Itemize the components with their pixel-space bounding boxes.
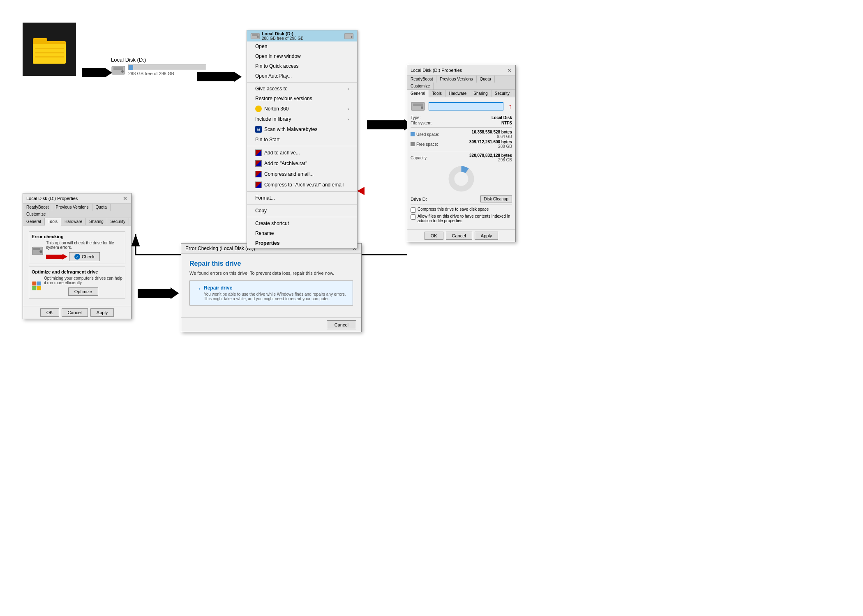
free-legend-box <box>411 142 415 146</box>
prop-divider-3 <box>411 205 512 205</box>
tab-quota[interactable]: Quota <box>477 76 495 83</box>
svg-rect-5 <box>35 56 64 57</box>
ctx-item-include-lib[interactable]: Include in library › <box>247 114 357 124</box>
context-disk-icon-2 <box>344 32 354 40</box>
properties-buttons: OK Cancel Apply <box>407 229 515 242</box>
arrow-2 <box>197 72 242 82</box>
prop-type-value: Local Disk <box>491 115 512 120</box>
index-label: Allow files on this drive to have conten… <box>418 214 512 223</box>
drive-name-input[interactable] <box>429 102 503 110</box>
ctx-item-rename[interactable]: Rename <box>247 228 357 238</box>
ctx-item-pin-quick[interactable]: Pin to Quick access <box>247 61 357 71</box>
norton-icon <box>255 106 262 112</box>
file-explorer-icon[interactable] <box>23 23 76 76</box>
tools-tab-quota[interactable]: Quota <box>92 204 111 211</box>
ctx-item-copy[interactable]: Copy <box>247 206 357 216</box>
tab-bar-row2: General Tools Hardware Sharing Security <box>407 90 515 97</box>
ctx-sep-4 <box>247 204 357 205</box>
hdd-check-icon <box>32 244 44 258</box>
ctx-item-restore-prev[interactable]: Restore previous versions <box>247 94 357 103</box>
tab-hardware[interactable]: Hardware <box>445 90 470 97</box>
tools-close-button[interactable]: ✕ <box>122 195 128 201</box>
optimize-desc: Optimizing your computer's drives can he… <box>44 276 122 285</box>
tools-apply-button[interactable]: Apply <box>90 308 114 317</box>
tools-tab-tools[interactable]: Tools <box>45 218 61 225</box>
close-button[interactable]: ✕ <box>506 67 512 73</box>
svg-rect-15 <box>413 103 423 106</box>
donut-svg <box>448 165 475 192</box>
optimize-button[interactable]: Optimize <box>68 287 98 296</box>
ctx-item-add-archive[interactable]: Add to archive... <box>247 147 357 158</box>
index-checkbox[interactable] <box>411 214 416 220</box>
repair-title: Repair this drive <box>189 260 353 267</box>
ctx-item-format[interactable]: Format... <box>247 193 357 203</box>
used-legend-box <box>411 132 415 136</box>
error-cancel-button[interactable]: Cancel <box>327 320 356 329</box>
tab-security[interactable]: Security <box>491 90 513 97</box>
repair-desc: We found errors on this drive. To preven… <box>189 271 353 276</box>
ctx-item-create-shortcut[interactable]: Create shortcut <box>247 218 357 228</box>
ctx-item-malwarebytes[interactable]: M Scan with Malwarebytes <box>247 124 357 135</box>
tools-tab-security[interactable]: Security <box>107 218 129 225</box>
tools-tab-customize[interactable]: Customize <box>23 211 49 218</box>
svg-point-13 <box>351 36 353 38</box>
prop-type-row: Type: Local Disk <box>411 115 512 120</box>
winrar-icon-4 <box>255 182 262 188</box>
tools-tab-previous-versions[interactable]: Previous Versions <box>52 204 92 211</box>
tab-readyboost[interactable]: ReadyBoost <box>407 76 436 83</box>
tab-bar-row1: ReadyBoost Previous Versions Quota Custo… <box>407 76 515 90</box>
tab-tools[interactable]: Tools <box>429 90 445 97</box>
tools-tab-readyboost[interactable]: ReadyBoost <box>23 204 52 211</box>
context-disk-icon <box>250 32 260 40</box>
error-dialog-content: Repair this drive We found errors on thi… <box>181 254 361 317</box>
ctx-item-properties[interactable]: Properties <box>247 238 357 248</box>
tools-tab-hardware[interactable]: Hardware <box>61 218 86 225</box>
compress-checkbox-row: Compress this drive to save disk space <box>411 207 512 213</box>
disk-donut-chart <box>411 165 512 192</box>
ctx-item-open-new-window[interactable]: Open in new window <box>247 51 357 61</box>
disk-cleanup-button[interactable]: Disk Cleanup <box>480 195 512 202</box>
tab-customize[interactable]: Customize <box>407 83 434 90</box>
cancel-button[interactable]: Cancel <box>446 232 472 240</box>
error-dialog-footer: Cancel <box>181 317 361 332</box>
tools-ok-button[interactable]: OK <box>40 308 59 317</box>
tools-tab-sharing[interactable]: Sharing <box>86 218 107 225</box>
error-checking-dialog: Error Checking (Local Disk (D:)) ✕ Repai… <box>181 243 362 332</box>
svg-point-19 <box>455 172 468 186</box>
ctx-disk-name: Local Disk (D:) <box>262 31 304 36</box>
compress-checkbox[interactable] <box>411 207 416 213</box>
optimize-row: Optimizing your computer's drives can he… <box>32 276 122 296</box>
optimize-section: Optimize and defragment drive Optimizing… <box>29 267 125 299</box>
prop-divider-2 <box>411 151 512 151</box>
tools-cancel-button[interactable]: Cancel <box>62 308 88 317</box>
ctx-item-norton[interactable]: Norton 360 › <box>247 103 357 114</box>
apply-button[interactable]: Apply <box>475 232 498 240</box>
ctx-item-pin-start[interactable]: Pin to Start <box>247 135 357 145</box>
ctx-sep-2 <box>247 146 357 146</box>
red-arrow-check <box>46 254 67 260</box>
error-checking-section: Error checking This option will check th… <box>29 231 125 264</box>
svg-rect-25 <box>32 281 36 285</box>
disk-free-text: 288 GB free of 298 GB <box>128 71 206 76</box>
ctx-item-give-access[interactable]: Give access to › <box>247 84 357 94</box>
ok-button[interactable]: OK <box>425 232 443 240</box>
index-checkbox-row: Allow files on this drive to have conten… <box>411 214 512 223</box>
prop-capacity-gb: 298 GB <box>469 158 512 162</box>
ctx-item-compress-email[interactable]: Compress and email... <box>247 169 357 179</box>
tab-previous-versions[interactable]: Previous Versions <box>436 76 476 83</box>
optimize-title: Optimize and defragment drive <box>32 269 122 274</box>
tools-tab-general[interactable]: General <box>23 218 45 225</box>
tab-sharing[interactable]: Sharing <box>470 90 491 97</box>
error-checking-row: This option will check the drive for fil… <box>32 241 122 261</box>
ctx-item-compress-rar-email[interactable]: Compress to "Archive.rar" and email <box>247 179 357 190</box>
tab-general[interactable]: General <box>407 90 429 97</box>
repair-link-label[interactable]: Repair drive <box>204 285 347 291</box>
defrag-icon <box>32 278 42 293</box>
check-button[interactable]: ✓ Check <box>69 252 100 261</box>
tools-title: Local Disk (D:) Properties <box>26 196 78 201</box>
ctx-item-open[interactable]: Open <box>247 41 357 51</box>
svg-point-11 <box>257 36 259 38</box>
ctx-item-add-archive-rar[interactable]: Add to "Archive.rar" <box>247 158 357 169</box>
ctx-disk-free: 288 GB free of 298 GB <box>262 36 304 41</box>
ctx-item-autoplay[interactable]: Open AutoPlay... <box>247 71 357 81</box>
